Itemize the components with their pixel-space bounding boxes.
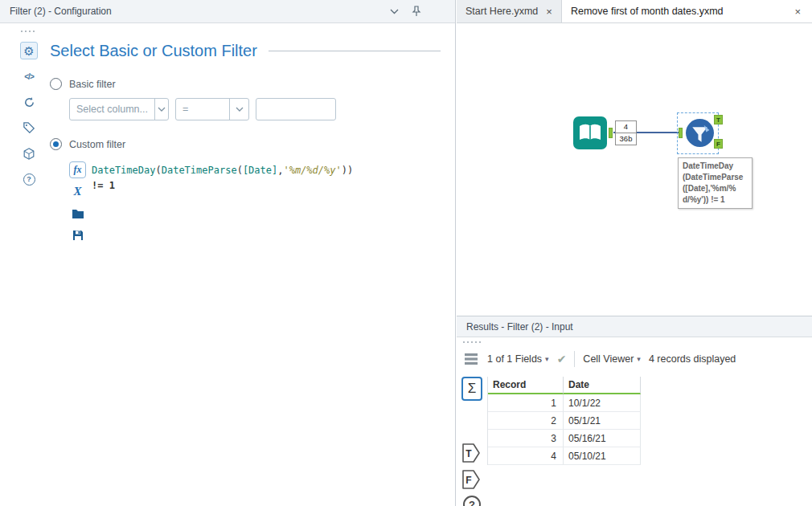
sigma-icon: Σ — [468, 381, 477, 397]
true-output-rail-button[interactable]: T — [461, 443, 481, 463]
radio-circle[interactable] — [50, 78, 62, 90]
basic-filter-radio[interactable]: Basic filter — [50, 78, 441, 90]
basic-filter-label: Basic filter — [69, 79, 116, 90]
record-count: 4 — [616, 121, 636, 133]
page-title: Select Basic or Custom Filter — [50, 42, 257, 60]
cell-viewer-label: Cell Viewer — [583, 353, 634, 365]
caret-down-icon: ▾ — [545, 355, 549, 363]
results-panel-title: Results - Filter (2) - Input — [466, 321, 573, 333]
refresh-run-icon[interactable] — [20, 93, 38, 111]
variables-icon[interactable]: X — [69, 183, 86, 200]
save-icon[interactable] — [69, 226, 86, 243]
package-cube-icon[interactable] — [20, 145, 38, 162]
false-output-rail-button[interactable]: F — [461, 469, 481, 490]
panel-drag-handle[interactable] — [21, 31, 35, 32]
code-icon[interactable]: </> — [20, 67, 38, 85]
results-table: Record Date 1 10/1/22 2 05/1/21 3 05/16/… — [487, 377, 641, 465]
expression-editor: fx X DateTimeDay(DateTimeParse([Date],'%… — [69, 161, 441, 243]
tab-label: Remove first of month dates.yxmd — [571, 6, 724, 17]
table-config-icon[interactable] — [463, 351, 479, 367]
close-icon[interactable]: × — [794, 6, 801, 17]
pin-icon[interactable] — [412, 6, 421, 17]
column-header-date[interactable]: Date — [564, 377, 641, 394]
column-select-dropdown[interactable]: Select column... — [69, 98, 169, 120]
caret-down-icon: ▾ — [637, 355, 641, 363]
configuration-panel-title: Filter (2) - Configuration — [10, 6, 112, 17]
operator-dropdown[interactable]: = — [175, 98, 249, 120]
close-icon[interactable]: × — [546, 6, 552, 17]
expression-line-2: != 1 — [92, 178, 353, 194]
filter-false-output-anchor[interactable]: F — [714, 139, 723, 149]
tab-start-here[interactable]: Start Here.yxmd × — [457, 0, 562, 22]
svg-text:T: T — [465, 448, 472, 459]
collapse-chevron-icon[interactable] — [390, 9, 399, 14]
right-pane: Start Here.yxmd × Remove first of month … — [457, 0, 812, 506]
results-toolbar: 1 of 1 Fields ▾ ✔ Cell Viewer ▾ 4 record… — [463, 348, 812, 370]
filter-value-input[interactable] — [256, 98, 336, 120]
configuration-panel: Filter (2) - Configuration ⚙ </> — [0, 0, 456, 506]
svg-text:F: F — [465, 475, 471, 486]
workflow-tab-bar: Start Here.yxmd × Remove first of month … — [457, 0, 812, 23]
table-row[interactable]: 2 05/1/21 — [488, 412, 641, 430]
column-header-record[interactable]: Record — [488, 377, 564, 394]
filter-tool-input-anchor[interactable] — [679, 128, 683, 138]
tag-icon[interactable] — [20, 119, 38, 137]
help-rail-button[interactable]: ? — [463, 496, 481, 506]
operator-value: = — [176, 104, 229, 115]
settings-gear-icon[interactable]: ⚙ — [20, 42, 38, 59]
configuration-content: Select Basic or Custom Filter Basic filt… — [50, 42, 441, 243]
open-folder-icon[interactable] — [69, 205, 86, 222]
basic-filter-controls: Select column... = — [69, 98, 441, 120]
filter-true-output-anchor[interactable]: T — [714, 115, 723, 124]
radio-circle-selected[interactable] — [50, 138, 62, 150]
alteryx-designer-window: Filter (2) - Configuration ⚙ </> — [0, 0, 812, 506]
column-select-value: Select column... — [70, 104, 154, 115]
configuration-panel-header: Filter (2) - Configuration — [0, 0, 455, 23]
fields-dropdown[interactable]: 1 of 1 Fields ▾ — [487, 353, 549, 365]
configuration-side-toolbar: ⚙ </> ? — [18, 42, 40, 188]
results-panel-header: Results - Filter (2) - Input — [457, 316, 812, 337]
expression-editor-toolbar: fx X — [69, 161, 86, 243]
connection-progress-badge: 4 36b — [615, 120, 637, 145]
table-row[interactable]: 4 05/10/21 — [488, 447, 641, 465]
toolbar-separator — [574, 351, 575, 367]
table-row[interactable]: 1 10/1/22 — [488, 394, 641, 412]
chevron-down-icon[interactable] — [229, 99, 248, 120]
custom-filter-label: Custom filter — [69, 139, 125, 150]
fields-dropdown-value: 1 of 1 Fields — [487, 353, 542, 365]
data-size: 36b — [616, 133, 636, 145]
tab-remove-first-of-month[interactable]: Remove first of month dates.yxmd × — [562, 0, 812, 22]
tab-label: Start Here.yxmd — [465, 6, 538, 17]
table-row[interactable]: 3 05/16/21 — [488, 430, 641, 447]
profile-sigma-button[interactable]: Σ — [461, 377, 482, 401]
workflow-canvas[interactable]: 4 36b T F DateTimeDay (DateTimeParse ([D… — [457, 23, 812, 316]
functions-fx-icon[interactable]: fx — [69, 161, 86, 178]
panel-drag-handle[interactable] — [463, 341, 481, 343]
chevron-down-icon[interactable] — [154, 99, 168, 120]
expression-line-1: DateTimeDay(DateTimeParse([Date],'%m/%d/… — [92, 163, 353, 178]
heading-rule — [269, 51, 441, 51]
help-icon[interactable]: ? — [20, 170, 38, 188]
input-data-tool[interactable] — [572, 116, 608, 150]
results-panel: Results - Filter (2) - Input 1 of 1 Fiel… — [457, 316, 812, 506]
records-displayed-status: 4 records displayed — [649, 353, 736, 365]
input-tool-output-anchor[interactable] — [609, 128, 613, 138]
cell-viewer-dropdown[interactable]: Cell Viewer ▾ — [583, 353, 641, 365]
custom-filter-radio[interactable]: Custom filter — [50, 138, 441, 150]
tool-annotation: DateTimeDay (DateTimeParse ([Date],'%m/%… — [678, 157, 753, 209]
expression-code-area[interactable]: DateTimeDay(DateTimeParse([Date],'%m/%d/… — [92, 161, 353, 243]
table-header-row: Record Date — [488, 377, 641, 394]
results-body: 1 of 1 Fields ▾ ✔ Cell Viewer ▾ 4 record… — [457, 338, 812, 506]
apply-check-icon[interactable]: ✔ — [557, 353, 567, 365]
filter-tool[interactable] — [685, 118, 715, 148]
